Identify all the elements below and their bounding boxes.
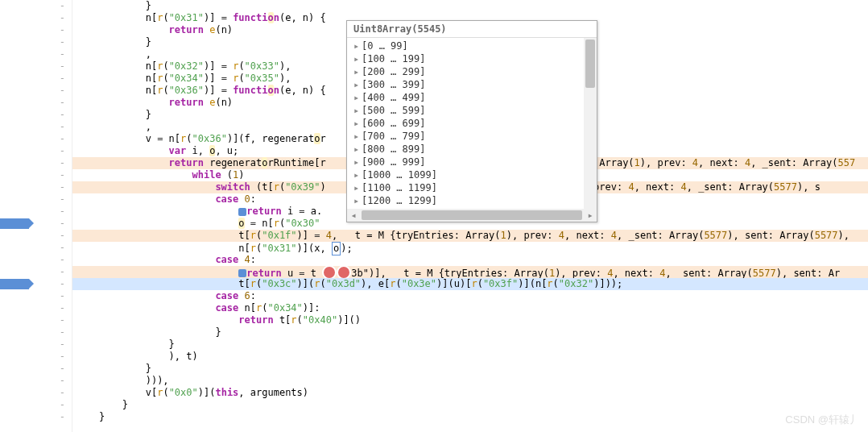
expand-arrow-icon: ▸ (353, 131, 362, 142)
code-line[interactable]: case 6: (72, 290, 868, 302)
array-range-item[interactable]: ▸[1000 … 1099] (347, 168, 584, 181)
array-range-item[interactable]: ▸[1100 … 1199] (347, 181, 584, 194)
expand-arrow-icon: ▸ (353, 156, 362, 168)
gutter: - - - - - - - - - - - - - - - - - - - - … (0, 0, 72, 432)
expand-arrow-icon: ▸ (353, 53, 362, 64)
array-range-item[interactable]: ▸[300 … 399] (347, 78, 584, 91)
popup-list[interactable]: ▸[0 … 99] ▸[100 … 199] ▸[200 … 299] ▸[30… (347, 38, 584, 209)
expand-arrow-icon: ▸ (353, 182, 362, 193)
expand-arrow-icon: ▸ (353, 195, 362, 206)
current-line[interactable]: t[r("0x3c")](r("0x3d"), e[r("0x3e")](u)[… (72, 278, 868, 290)
array-range-item[interactable]: ▸[500 … 599] (347, 104, 584, 117)
array-range-item[interactable]: ▸[200 … 299] (347, 65, 584, 78)
code-line[interactable]: v[r("0x0")](this, arguments) (72, 387, 868, 399)
code-line[interactable]: ), t) (72, 351, 868, 363)
code-line[interactable]: } (72, 399, 868, 411)
expand-arrow-icon: ▸ (353, 79, 362, 90)
scroll-right-icon[interactable]: ▸ (584, 210, 597, 221)
array-range-item[interactable]: ▸[700 … 799] (347, 130, 584, 143)
inspector-popup: Uint8Array(5545) ▸[0 … 99] ▸[100 … 199] … (346, 20, 597, 222)
array-range-item[interactable]: ▸[1200 … 1299] (347, 194, 584, 207)
scrollbar-thumb[interactable] (362, 210, 582, 220)
expand-arrow-icon: ▸ (353, 92, 362, 103)
code-line[interactable]: case 4: (72, 254, 868, 266)
expand-arrow-icon: ▸ (353, 143, 362, 155)
code-line[interactable]: return t[r("0x40")]() (72, 314, 868, 326)
code-line[interactable]: } (72, 326, 868, 339)
expand-arrow-icon: ▸ (353, 105, 362, 116)
code-line[interactable]: } (72, 363, 868, 375)
code-line[interactable]: n[r("0x31")](x, o); (72, 242, 868, 254)
expand-arrow-icon: ▸ (353, 118, 362, 129)
array-range-item[interactable]: ▸[400 … 499] (347, 91, 584, 104)
expand-arrow-icon: ▸ (353, 169, 362, 181)
breakpoint-marker-icon (238, 208, 246, 216)
breakpoint-row[interactable]: - (0, 278, 72, 290)
code-line[interactable]: t[r("0x1f")] = 4, t = M {tryEntries: Arr… (72, 230, 868, 242)
array-range-item[interactable]: ▸[100 … 199] (347, 52, 584, 65)
code-line[interactable]: } (72, 0, 868, 12)
expand-arrow-icon: ▸ (353, 66, 362, 77)
code-line[interactable]: } (72, 339, 868, 351)
scrollbar-horizontal[interactable]: ◂ ▸ (347, 209, 597, 222)
code-line[interactable]: case n[r("0x34")]: (72, 302, 868, 314)
breakpoint-row[interactable]: - (0, 218, 72, 230)
array-range-item[interactable]: ▸[0 … 99] (347, 39, 584, 52)
code-line[interactable]: ))), (72, 375, 868, 387)
watermark: CSDN @轩辕丿 (785, 413, 860, 427)
array-range-item[interactable]: ▸[600 … 699] (347, 117, 584, 130)
array-range-item[interactable]: ▸[900 … 999] (347, 156, 584, 168)
array-range-item[interactable]: ▸[800 … 899] (347, 143, 584, 156)
code-line[interactable]: } (72, 411, 868, 423)
breakpoint-marker-icon (238, 269, 246, 277)
scrollbar-vertical[interactable] (584, 38, 597, 209)
expand-arrow-icon: ▸ (353, 40, 362, 52)
code-line[interactable]: return u = t 3b")], t = M {tryEntries: A… (72, 266, 868, 278)
scrollbar-thumb[interactable] (585, 39, 595, 88)
scroll-left-icon[interactable]: ◂ (347, 210, 360, 221)
popup-header: Uint8Array(5545) (347, 21, 597, 38)
